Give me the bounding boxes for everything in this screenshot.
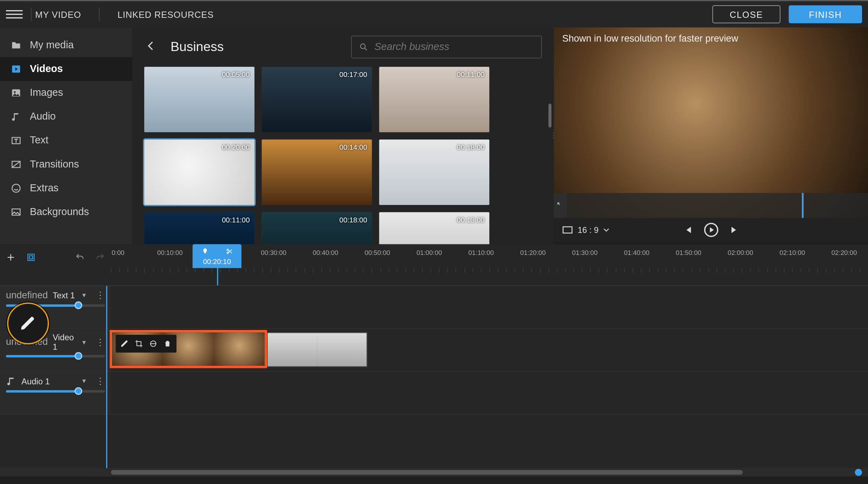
track-volume-slider[interactable] bbox=[6, 355, 105, 357]
ruler-label: 0:00 bbox=[112, 249, 124, 256]
clip-duration: 00:14:00 bbox=[340, 143, 368, 151]
sidebar-item-videos[interactable]: Videos bbox=[0, 57, 132, 81]
clip-grid: 00:05:0000:17:0000:11:0000:20:0000:14:00… bbox=[132, 67, 554, 244]
media-clip[interactable]: 00:13:00 bbox=[379, 212, 489, 244]
back-arrow-icon[interactable] bbox=[144, 39, 160, 55]
mini-playhead[interactable] bbox=[802, 193, 804, 218]
browser-title: Business bbox=[170, 39, 224, 55]
media-clip[interactable]: 00:14:00 bbox=[262, 140, 372, 205]
clip-filter-button[interactable] bbox=[147, 337, 160, 350]
sidebar-item-label: Extras bbox=[30, 182, 58, 194]
add-track-button[interactable] bbox=[6, 252, 15, 262]
playhead[interactable]: 00:20:10 bbox=[217, 244, 218, 285]
tab-my-video[interactable]: MY VIDEO bbox=[31, 9, 85, 19]
ruler-label: 01:50:00 bbox=[676, 249, 701, 256]
timeline-body: undefinedText 1▼⋮undefinedVideo 1▼⋮Audio… bbox=[0, 286, 868, 468]
media-clip[interactable]: 00:11:00 bbox=[144, 212, 254, 244]
media-clip[interactable]: 00:17:00 bbox=[262, 67, 372, 132]
svg-rect-10 bbox=[28, 254, 34, 261]
playhead-time: 00:20:10 bbox=[192, 257, 241, 266]
split-scissors-icon[interactable] bbox=[226, 248, 233, 255]
timeline-ruler[interactable]: 0:0000:10:0000:20:0000:30:0000:40:0000:5… bbox=[111, 244, 868, 285]
prev-frame-button[interactable] bbox=[682, 225, 693, 235]
media-clip[interactable]: 00:05:00 bbox=[144, 67, 254, 132]
bgimage-icon bbox=[11, 207, 22, 218]
divider bbox=[99, 8, 100, 21]
timeline-clip[interactable] bbox=[267, 332, 367, 367]
media-clip[interactable]: 00:20:00 bbox=[144, 140, 254, 205]
track-volume-slider[interactable] bbox=[6, 390, 105, 393]
play-button[interactable] bbox=[703, 222, 719, 237]
track-name: Audio 1 bbox=[21, 376, 50, 386]
clip-crop-button[interactable] bbox=[132, 337, 145, 350]
slider-knob[interactable] bbox=[75, 387, 82, 395]
menu-hamburger-icon[interactable] bbox=[6, 6, 23, 23]
tab-linked-resources[interactable]: LINKED RESOURCES bbox=[114, 9, 217, 19]
close-button[interactable]: CLOSE bbox=[712, 5, 780, 23]
svg-point-2 bbox=[14, 91, 16, 93]
timeline-tools bbox=[0, 244, 111, 285]
sidebar: My mediaVideosImagesAudioTextTransitions… bbox=[0, 27, 132, 244]
track-options-button[interactable]: ⋮ bbox=[96, 290, 105, 301]
edit-clip-callout[interactable] bbox=[7, 302, 49, 344]
ruler-label: 01:20:00 bbox=[520, 249, 546, 256]
sidebar-item-backgrounds[interactable]: Backgrounds bbox=[0, 200, 132, 224]
clip-duration: 00:05:00 bbox=[222, 70, 250, 79]
track-lane[interactable] bbox=[111, 329, 868, 371]
preview-video[interactable]: Shown in low resolution for faster previ… bbox=[554, 27, 868, 218]
svg-point-5 bbox=[12, 184, 20, 192]
redo-button[interactable] bbox=[96, 252, 105, 262]
track-name: Video 1 bbox=[52, 332, 76, 351]
track-name: Text 1 bbox=[52, 290, 75, 300]
track-collapse-chevron-icon[interactable]: ▼ bbox=[81, 292, 87, 299]
track-collapse-chevron-icon[interactable]: ▼ bbox=[81, 378, 87, 384]
preview-controls: 16 : 9 bbox=[554, 218, 868, 242]
track-options-button[interactable]: ⋮ bbox=[96, 375, 105, 386]
film-icon: undefined bbox=[6, 290, 48, 301]
sidebar-item-images[interactable]: Images bbox=[0, 81, 132, 105]
undo-button[interactable] bbox=[75, 252, 85, 262]
ruler-label: 01:40:00 bbox=[624, 249, 650, 256]
track-collapse-chevron-icon[interactable]: ▼ bbox=[81, 339, 87, 345]
clip-edit-button[interactable] bbox=[118, 337, 131, 350]
search-icon bbox=[359, 42, 368, 52]
sidebar-item-transitions[interactable]: Transitions bbox=[0, 152, 132, 176]
sidebar-item-audio[interactable]: Audio bbox=[0, 105, 132, 129]
timeline-clip[interactable] bbox=[111, 331, 266, 367]
preview-panel: Shown in low resolution for faster previ… bbox=[554, 27, 868, 244]
sidebar-item-my-media[interactable]: My media bbox=[0, 33, 132, 57]
track-options-button[interactable]: ⋮ bbox=[96, 336, 105, 348]
expand-timeline-icon[interactable] bbox=[554, 193, 567, 218]
sidebar-item-text[interactable]: Text bbox=[0, 129, 132, 152]
track-lane[interactable] bbox=[111, 372, 868, 414]
sidebar-item-label: Text bbox=[30, 135, 48, 147]
media-clip[interactable]: 00:18:00 bbox=[379, 140, 489, 205]
preview-mini-timeline[interactable] bbox=[554, 193, 868, 218]
snap-toggle-icon[interactable] bbox=[26, 252, 36, 262]
clip-duration: 00:18:00 bbox=[457, 143, 485, 151]
track-lane[interactable] bbox=[111, 286, 868, 328]
sidebar-item-extras[interactable]: Extras bbox=[0, 176, 132, 200]
search-input[interactable] bbox=[374, 41, 534, 53]
note-icon bbox=[6, 376, 17, 386]
timeline-zoom-handle[interactable] bbox=[855, 469, 862, 476]
hscrollbar-thumb[interactable] bbox=[111, 470, 743, 475]
search-box[interactable] bbox=[351, 36, 542, 58]
playhead-line[interactable] bbox=[106, 286, 107, 468]
slider-knob[interactable] bbox=[75, 301, 82, 309]
timeline-horizontal-scrollbar[interactable] bbox=[0, 468, 868, 477]
media-clip[interactable]: 00:18:00 bbox=[262, 212, 372, 244]
media-clip[interactable]: 00:11:00 bbox=[379, 67, 489, 132]
textbox-icon bbox=[11, 135, 22, 146]
clip-thumbnail-strip bbox=[268, 333, 367, 366]
clip-toolbar bbox=[115, 335, 176, 353]
aspect-ratio-selector[interactable]: 16 : 9 bbox=[562, 225, 609, 235]
clip-delete-button[interactable] bbox=[161, 337, 174, 350]
marker-pin-icon[interactable] bbox=[201, 248, 208, 255]
finish-button[interactable]: FINISH bbox=[789, 5, 862, 23]
image-icon bbox=[11, 87, 22, 98]
track: Audio 1▼⋮ bbox=[0, 372, 868, 415]
next-frame-button[interactable] bbox=[729, 225, 740, 235]
scrollbar-thumb[interactable] bbox=[548, 104, 552, 127]
slider-knob[interactable] bbox=[75, 352, 82, 360]
